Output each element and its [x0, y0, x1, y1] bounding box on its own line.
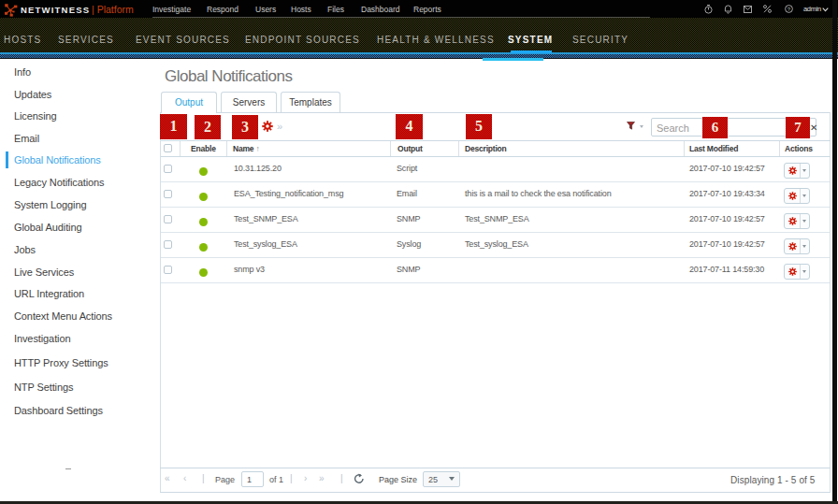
svg-text:?: ?: [787, 7, 791, 12]
